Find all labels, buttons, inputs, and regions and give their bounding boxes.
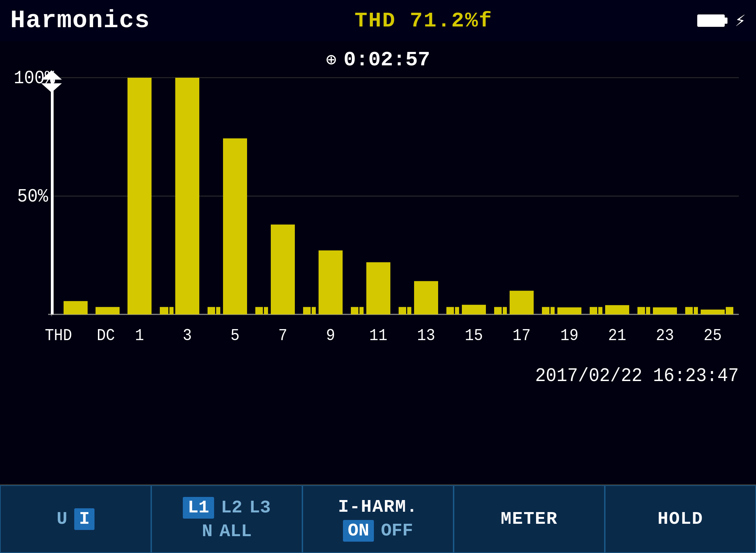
svg-text:17: 17: [513, 327, 531, 345]
header-right: ⚡: [697, 10, 746, 32]
svg-rect-41: [590, 307, 597, 315]
svg-rect-28: [414, 281, 438, 314]
svg-text:2017/02/22  16:23:47: 2017/02/22 16:23:47: [535, 365, 739, 387]
svg-rect-7: [51, 78, 54, 314]
svg-rect-17: [169, 307, 174, 315]
svg-rect-44: [637, 307, 645, 315]
l2-label: L2: [221, 498, 242, 518]
l3-label: L3: [249, 498, 270, 518]
svg-text:15: 15: [465, 327, 483, 345]
iharm-bottom-row: ON OFF: [343, 520, 413, 542]
svg-rect-22: [264, 307, 268, 315]
n-label: N: [202, 521, 213, 542]
svg-rect-27: [359, 307, 364, 315]
svg-text:19: 19: [560, 327, 579, 345]
svg-text:11: 11: [369, 327, 388, 345]
all-label: ALL: [220, 521, 252, 542]
svg-text:50%: 50%: [17, 186, 48, 207]
timer-display: 0:02:57: [344, 48, 430, 72]
svg-text:25: 25: [704, 327, 722, 345]
svg-rect-34: [510, 291, 534, 314]
svg-text:9: 9: [326, 327, 335, 345]
ui-button-row: U I: [57, 508, 94, 530]
svg-rect-32: [446, 307, 454, 315]
svg-rect-45: [646, 307, 650, 315]
svg-rect-36: [503, 307, 507, 315]
header-center: THD 71.2%f: [355, 9, 493, 33]
battery-icon: [697, 14, 725, 27]
svg-rect-38: [542, 307, 549, 315]
chart-svg: 100% 50%: [10, 48, 746, 481]
svg-rect-49: [726, 307, 733, 315]
svg-text:13: 13: [417, 327, 435, 345]
iharm-top-row: I-HARM.: [338, 497, 418, 517]
l-top-row: L1 L2 L3: [183, 497, 270, 519]
svg-rect-43: [653, 307, 677, 314]
timer-row: ⊕ 0:02:57: [10, 48, 746, 72]
svg-rect-40: [605, 305, 629, 314]
svg-rect-23: [303, 307, 311, 315]
svg-rect-16: [160, 307, 168, 315]
on-label: ON: [343, 520, 374, 542]
svg-rect-26: [351, 307, 358, 315]
svg-text:THD: THD: [45, 327, 72, 345]
header-bar: Harmonics THD 71.2%f ⚡: [0, 0, 756, 41]
chart-area: ⊕ 0:02:57 100% 50%: [0, 41, 756, 484]
svg-rect-47: [685, 307, 693, 315]
svg-text:5: 5: [231, 327, 240, 345]
svg-rect-13: [175, 78, 199, 314]
svg-rect-10: [64, 301, 88, 314]
svg-rect-19: [216, 307, 220, 315]
l1-label: L1: [183, 497, 214, 519]
svg-rect-35: [494, 307, 502, 315]
meter-label: METER: [501, 509, 558, 529]
svg-rect-11: [96, 307, 120, 315]
i-label: I: [74, 508, 94, 530]
power-icon: ⚡: [735, 10, 746, 32]
svg-rect-20: [319, 250, 343, 314]
hold-row: HOLD: [658, 509, 703, 529]
meter-button[interactable]: METER: [454, 485, 605, 553]
page-title: Harmonics: [10, 7, 150, 35]
l-button[interactable]: L1 L2 L3 N ALL: [151, 485, 302, 553]
svg-rect-31: [462, 305, 486, 314]
svg-rect-37: [557, 307, 581, 314]
svg-rect-42: [598, 307, 602, 315]
hold-button[interactable]: HOLD: [605, 485, 756, 553]
ui-button[interactable]: U I: [0, 485, 151, 553]
svg-rect-29: [399, 307, 406, 315]
svg-text:21: 21: [608, 327, 626, 345]
bottom-bar: U I L1 L2 L3 N ALL I-HARM. ON OFF METER: [0, 484, 756, 553]
svg-text:1: 1: [135, 327, 144, 345]
svg-rect-46: [701, 310, 725, 314]
svg-rect-24: [312, 307, 316, 315]
u-label: U: [57, 509, 67, 529]
svg-rect-30: [407, 307, 411, 315]
svg-rect-18: [208, 307, 215, 315]
meter-row: METER: [501, 509, 558, 529]
svg-rect-39: [551, 307, 555, 315]
chart-inner: ⊕ 0:02:57 100% 50%: [10, 48, 746, 481]
iharm-label: I-HARM.: [338, 497, 418, 517]
iharm-button[interactable]: I-HARM. ON OFF: [302, 485, 454, 553]
timer-icon: ⊕: [326, 49, 336, 71]
svg-text:7: 7: [278, 327, 287, 345]
off-label: OFF: [381, 521, 413, 541]
svg-rect-33: [455, 307, 459, 315]
svg-text:3: 3: [183, 327, 192, 345]
svg-rect-25: [366, 262, 390, 315]
svg-rect-14: [223, 138, 247, 314]
l-bottom-row: N ALL: [202, 521, 252, 542]
svg-text:23: 23: [656, 327, 674, 345]
svg-rect-48: [694, 307, 698, 315]
svg-rect-12: [127, 78, 152, 314]
svg-rect-15: [271, 225, 295, 314]
svg-rect-21: [255, 307, 263, 315]
thd-value: THD 71.2%f: [355, 9, 493, 33]
hold-label: HOLD: [658, 509, 703, 529]
svg-text:DC: DC: [97, 327, 115, 345]
